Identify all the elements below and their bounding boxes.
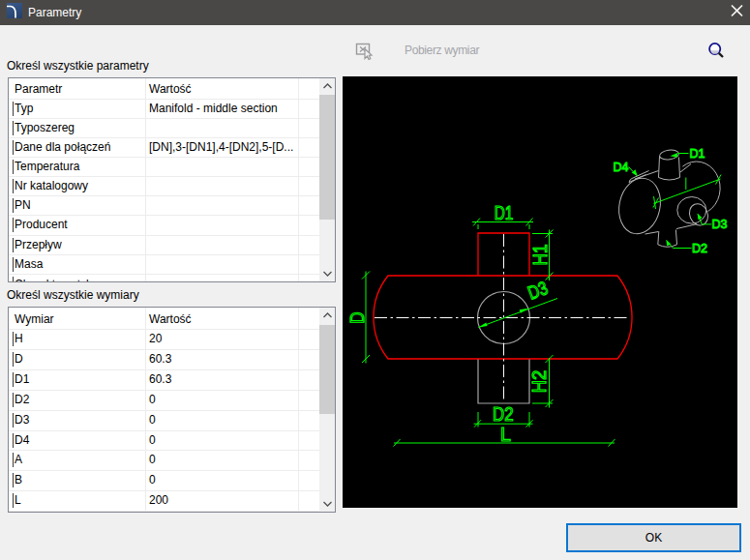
- svg-text:H2: H2: [528, 370, 550, 394]
- svg-text:D4: D4: [614, 160, 629, 174]
- svg-text:L: L: [500, 424, 511, 445]
- svg-text:D: D: [346, 312, 368, 324]
- svg-text:D3: D3: [525, 277, 550, 304]
- svg-text:D2: D2: [493, 403, 514, 425]
- svg-text:D3: D3: [712, 217, 728, 231]
- svg-text:H1: H1: [529, 245, 551, 266]
- svg-text:D1: D1: [495, 202, 514, 223]
- svg-text:D2: D2: [692, 241, 707, 255]
- svg-text:D1: D1: [690, 146, 705, 161]
